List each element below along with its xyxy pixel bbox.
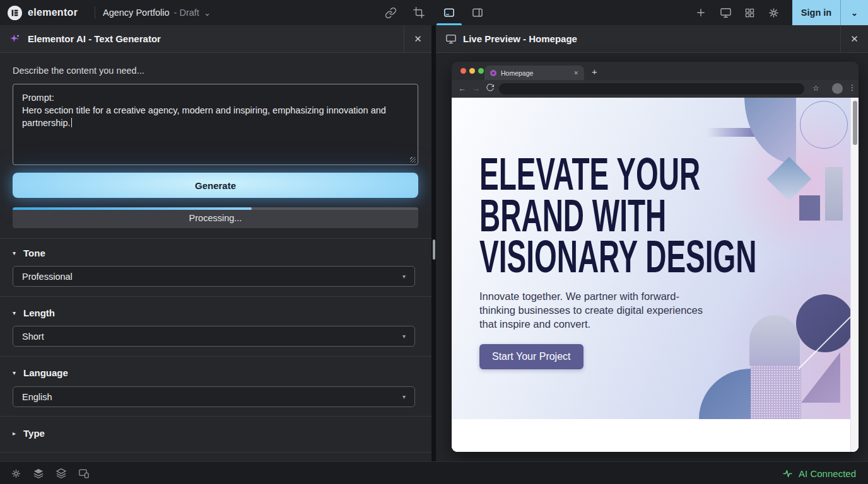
hero-headline-line: VISIONARY DESIGN bbox=[479, 236, 757, 277]
length-label: Length bbox=[23, 308, 55, 318]
processing-bar: Processing... bbox=[13, 207, 418, 228]
preview-panel-title: Live Preview - Homepage bbox=[463, 33, 577, 44]
progress-track bbox=[13, 207, 418, 210]
tab-title: Homepage bbox=[501, 69, 569, 77]
document-switcher[interactable]: Agency Portfolio - Draft ⌄ bbox=[103, 0, 211, 25]
navigator-layers-icon[interactable] bbox=[31, 466, 46, 481]
decor-hatch-rect bbox=[751, 366, 801, 419]
caret-down-icon: ▾ bbox=[13, 250, 16, 256]
gear-icon[interactable] bbox=[766, 5, 781, 20]
section-header-tone[interactable]: ▾ Tone bbox=[13, 246, 45, 260]
ai-panel-header: Elementor AI - Text Generator ✕ bbox=[0, 25, 431, 53]
link-icon[interactable] bbox=[383, 5, 398, 20]
top-bar: elementor Agency Portfolio - Draft ⌄ bbox=[0, 0, 868, 25]
section-header-language[interactable]: ▾ Language bbox=[13, 366, 68, 379]
preview-scrollbar-thumb[interactable] bbox=[853, 101, 857, 145]
section-header-type[interactable]: ▸ Type bbox=[13, 426, 45, 440]
ai-connection-status: AI Connected bbox=[782, 462, 856, 484]
hero-section: ELEVATE YOUR BRAND WITH VISIONARY DESIGN… bbox=[452, 98, 859, 419]
url-bar[interactable] bbox=[499, 83, 804, 95]
decor-circle-outline bbox=[800, 101, 848, 149]
chevron-down-icon: ⌄ bbox=[204, 8, 211, 18]
ai-status-label: AI Connected bbox=[799, 468, 856, 479]
next-section-placeholder bbox=[452, 419, 859, 452]
processing-progress-fill bbox=[13, 207, 252, 210]
browser-tab[interactable]: Homepage ✕ bbox=[484, 66, 584, 80]
ai-panel-close-button[interactable]: ✕ bbox=[404, 25, 431, 53]
hero-subtitle: Innovate together. We partner with forwa… bbox=[479, 290, 714, 331]
panel-preview-icon-active[interactable] bbox=[442, 5, 457, 20]
display-icon[interactable] bbox=[718, 5, 733, 20]
grid-icon[interactable] bbox=[742, 5, 757, 20]
structure-layers-icon[interactable] bbox=[54, 466, 69, 481]
panel-side-icon[interactable] bbox=[470, 5, 485, 20]
caret-right-icon: ▸ bbox=[13, 430, 16, 437]
crop-icon[interactable] bbox=[411, 5, 426, 20]
document-title: Agency Portfolio bbox=[103, 8, 170, 18]
splitter-handle[interactable] bbox=[433, 239, 435, 260]
preview-page: ELEVATE YOUR BRAND WITH VISIONARY DESIGN… bbox=[452, 98, 859, 452]
caret-down-icon: ▾ bbox=[402, 273, 406, 280]
responsive-devices-icon[interactable] bbox=[76, 466, 91, 481]
traffic-light-zoom[interactable] bbox=[478, 68, 484, 74]
reload-icon[interactable] bbox=[486, 83, 495, 92]
avatar[interactable] bbox=[832, 83, 843, 94]
section-header-length[interactable]: ▾ Length bbox=[13, 306, 55, 320]
tab-close-icon[interactable]: ✕ bbox=[573, 70, 578, 76]
length-value: Short bbox=[22, 331, 44, 342]
language-value: English bbox=[22, 392, 52, 402]
resize-handle[interactable] bbox=[410, 157, 416, 163]
tab-favicon bbox=[490, 70, 496, 76]
preview-panel-close-button[interactable]: ✕ bbox=[840, 25, 868, 53]
tone-select[interactable]: Professional ▾ bbox=[13, 266, 415, 287]
elementor-logo[interactable]: elementor bbox=[8, 0, 78, 25]
overflow-menu-icon[interactable]: ⋮ bbox=[848, 83, 856, 92]
prompt-text: Prompt: Hero section title for a creativ… bbox=[22, 93, 389, 128]
back-icon[interactable]: ← bbox=[458, 84, 466, 93]
ai-pulse-icon bbox=[782, 468, 793, 479]
hero-headline-line: BRAND WITH bbox=[479, 195, 757, 236]
sign-in-dropdown-button[interactable]: ⌄ bbox=[840, 0, 868, 25]
decor-circle-dark bbox=[796, 294, 854, 352]
panel-splitter[interactable] bbox=[431, 25, 436, 461]
decor-rounded-rect bbox=[749, 315, 800, 366]
section-divider bbox=[0, 238, 431, 239]
generate-button[interactable]: Generate bbox=[13, 173, 418, 198]
prompt-label: Describe the content you need... bbox=[13, 66, 144, 76]
preview-panel-header: Live Preview - Homepage ✕ bbox=[436, 25, 868, 53]
hero-headline: ELEVATE YOUR BRAND WITH VISIONARY DESIGN bbox=[479, 153, 757, 277]
decor-dome bbox=[699, 369, 751, 419]
ai-text-generator-panel: Elementor AI - Text Generator ✕ Describe… bbox=[0, 25, 431, 461]
hero-cta-button[interactable]: Start Your Project bbox=[479, 344, 584, 369]
ai-panel-title: Elementor AI - Text Generator bbox=[28, 33, 161, 44]
caret-down-icon: ▾ bbox=[13, 369, 16, 376]
language-select[interactable]: English ▾ bbox=[13, 386, 415, 407]
browser-toolbar: ← → ☆ ⋮ bbox=[452, 80, 859, 98]
brand-name: elementor bbox=[28, 7, 78, 18]
length-select[interactable]: Short ▾ bbox=[13, 326, 415, 347]
browser-mockup: Homepage ✕ + ← → ☆ ⋮ bbox=[452, 62, 859, 452]
new-tab-button[interactable]: + bbox=[592, 66, 597, 77]
section-divider bbox=[0, 356, 431, 357]
traffic-light-close[interactable] bbox=[460, 68, 466, 74]
settings-gear-icon[interactable] bbox=[8, 466, 23, 481]
browser-tab-bar: Homepage ✕ + bbox=[452, 62, 859, 80]
add-icon[interactable] bbox=[693, 5, 708, 20]
hero-headline-line: ELEVATE YOUR bbox=[479, 153, 757, 195]
preview-scrollbar[interactable] bbox=[850, 98, 859, 452]
decor-rect-light bbox=[825, 167, 843, 221]
prompt-input[interactable]: Prompt: Hero section title for a creativ… bbox=[13, 84, 418, 165]
forward-icon[interactable]: → bbox=[472, 84, 480, 93]
sign-in-button[interactable]: Sign in bbox=[792, 0, 840, 25]
caret-down-icon: ▾ bbox=[402, 393, 406, 400]
section-divider bbox=[0, 416, 431, 417]
text-cursor bbox=[71, 118, 73, 127]
caret-down-icon: ▾ bbox=[13, 309, 16, 316]
topbar-divider bbox=[95, 6, 95, 19]
caret-down-icon: ▾ bbox=[402, 333, 406, 340]
traffic-light-minimize[interactable] bbox=[469, 68, 475, 74]
section-divider bbox=[0, 296, 431, 297]
chevron-down-icon: ⌄ bbox=[851, 8, 858, 18]
close-icon: ✕ bbox=[414, 33, 422, 45]
bookmark-star-icon[interactable]: ☆ bbox=[812, 84, 819, 93]
